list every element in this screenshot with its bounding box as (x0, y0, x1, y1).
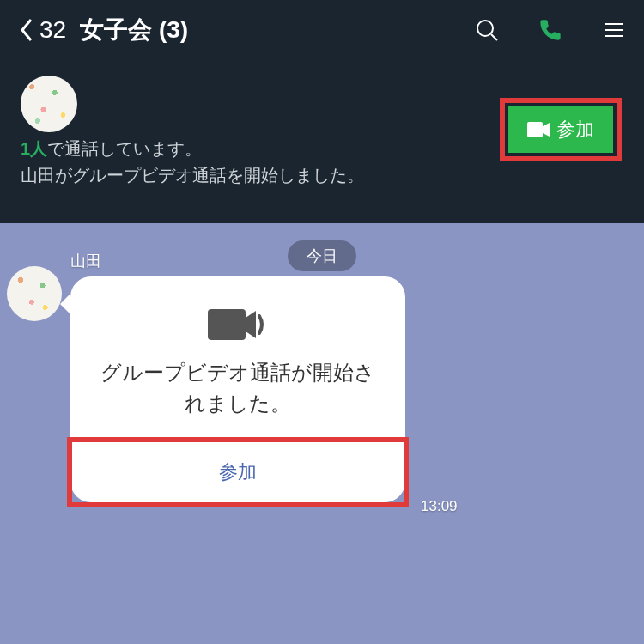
phone-icon (538, 18, 562, 42)
bubble-video-icon (88, 306, 388, 343)
group-avatar[interactable] (21, 76, 77, 132)
menu-button[interactable] (601, 17, 627, 43)
call-button[interactable] (538, 17, 563, 43)
sender-name: 山田 (70, 251, 405, 271)
hamburger-icon (602, 18, 626, 42)
back-button[interactable]: 32 (17, 16, 66, 44)
svg-rect-7 (208, 309, 246, 340)
svg-line-1 (491, 34, 497, 40)
svg-marker-6 (543, 123, 550, 137)
top-bar: 32 女子会 (3) (0, 0, 644, 60)
message-timestamp: 13:09 (421, 498, 458, 515)
search-button[interactable] (474, 17, 500, 43)
message-row: 山田 グループビデオ通話が開始されました。 参加 (7, 251, 405, 502)
join-highlight: 参加 (500, 98, 622, 161)
active-count: 1人 (21, 139, 47, 158)
chat-title: 女子会 (3) (80, 14, 188, 46)
back-count: 32 (39, 16, 66, 44)
svg-marker-8 (246, 311, 256, 338)
search-icon (475, 18, 499, 42)
chevron-left-icon (17, 16, 34, 44)
svg-point-0 (477, 21, 493, 36)
call-started-by: 山田がグループビデオ通話を開始しました。 (21, 164, 623, 187)
call-bubble: グループビデオ通話が開始されました。 参加 (70, 276, 405, 502)
chat-area: 今日 山田 グループビデオ通話が開始されました。 参加 13:09 (0, 223, 644, 644)
status-text: で通話しています。 (47, 139, 202, 158)
call-banner: 1人で通話しています。 山田がグループビデオ通話を開始しました。 参加 (0, 60, 644, 223)
sender-avatar[interactable] (7, 266, 62, 321)
bubble-join-button[interactable]: 参加 (88, 442, 388, 502)
video-icon (527, 122, 550, 137)
join-call-button[interactable]: 参加 (508, 106, 613, 153)
bubble-message: グループビデオ通話が開始されました。 (88, 357, 388, 441)
join-label: 参加 (556, 117, 594, 143)
svg-rect-5 (527, 122, 543, 137)
